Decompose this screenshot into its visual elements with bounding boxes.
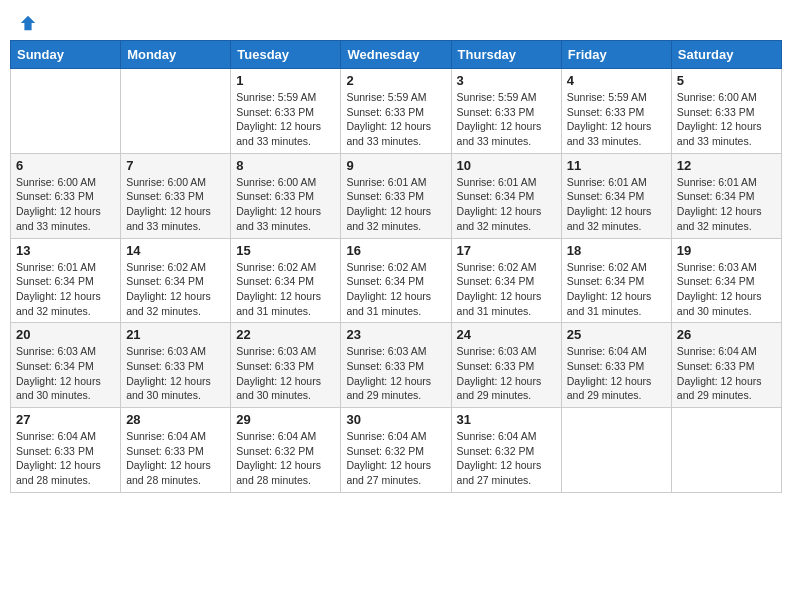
day-info: Sunrise: 6:03 AM Sunset: 6:33 PM Dayligh… — [126, 344, 225, 403]
day-info: Sunrise: 6:01 AM Sunset: 6:33 PM Dayligh… — [346, 175, 445, 234]
calendar-cell: 2Sunrise: 5:59 AM Sunset: 6:33 PM Daylig… — [341, 69, 451, 154]
weekday-header: Wednesday — [341, 41, 451, 69]
weekday-header: Saturday — [671, 41, 781, 69]
day-number: 6 — [16, 158, 115, 173]
page-header — [10, 10, 782, 32]
day-info: Sunrise: 6:04 AM Sunset: 6:32 PM Dayligh… — [236, 429, 335, 488]
weekday-header: Tuesday — [231, 41, 341, 69]
calendar-cell: 1Sunrise: 5:59 AM Sunset: 6:33 PM Daylig… — [231, 69, 341, 154]
day-info: Sunrise: 6:01 AM Sunset: 6:34 PM Dayligh… — [567, 175, 666, 234]
day-number: 12 — [677, 158, 776, 173]
day-info: Sunrise: 6:02 AM Sunset: 6:34 PM Dayligh… — [346, 260, 445, 319]
day-number: 29 — [236, 412, 335, 427]
day-number: 11 — [567, 158, 666, 173]
calendar-cell: 19Sunrise: 6:03 AM Sunset: 6:34 PM Dayli… — [671, 238, 781, 323]
day-info: Sunrise: 6:02 AM Sunset: 6:34 PM Dayligh… — [126, 260, 225, 319]
day-number: 26 — [677, 327, 776, 342]
calendar-cell: 27Sunrise: 6:04 AM Sunset: 6:33 PM Dayli… — [11, 408, 121, 493]
day-number: 14 — [126, 243, 225, 258]
day-info: Sunrise: 6:03 AM Sunset: 6:33 PM Dayligh… — [236, 344, 335, 403]
day-info: Sunrise: 6:00 AM Sunset: 6:33 PM Dayligh… — [126, 175, 225, 234]
day-info: Sunrise: 5:59 AM Sunset: 6:33 PM Dayligh… — [346, 90, 445, 149]
calendar-cell: 6Sunrise: 6:00 AM Sunset: 6:33 PM Daylig… — [11, 153, 121, 238]
day-info: Sunrise: 6:04 AM Sunset: 6:33 PM Dayligh… — [16, 429, 115, 488]
weekday-header: Thursday — [451, 41, 561, 69]
calendar-cell: 25Sunrise: 6:04 AM Sunset: 6:33 PM Dayli… — [561, 323, 671, 408]
day-number: 13 — [16, 243, 115, 258]
day-info: Sunrise: 6:01 AM Sunset: 6:34 PM Dayligh… — [457, 175, 556, 234]
calendar-cell: 15Sunrise: 6:02 AM Sunset: 6:34 PM Dayli… — [231, 238, 341, 323]
day-info: Sunrise: 6:04 AM Sunset: 6:32 PM Dayligh… — [457, 429, 556, 488]
calendar-cell: 13Sunrise: 6:01 AM Sunset: 6:34 PM Dayli… — [11, 238, 121, 323]
day-info: Sunrise: 6:03 AM Sunset: 6:34 PM Dayligh… — [16, 344, 115, 403]
calendar-cell: 24Sunrise: 6:03 AM Sunset: 6:33 PM Dayli… — [451, 323, 561, 408]
calendar-cell: 5Sunrise: 6:00 AM Sunset: 6:33 PM Daylig… — [671, 69, 781, 154]
day-info: Sunrise: 6:01 AM Sunset: 6:34 PM Dayligh… — [16, 260, 115, 319]
day-number: 19 — [677, 243, 776, 258]
calendar-cell — [671, 408, 781, 493]
day-number: 24 — [457, 327, 556, 342]
calendar-week-row: 13Sunrise: 6:01 AM Sunset: 6:34 PM Dayli… — [11, 238, 782, 323]
calendar-week-row: 27Sunrise: 6:04 AM Sunset: 6:33 PM Dayli… — [11, 408, 782, 493]
calendar-cell: 11Sunrise: 6:01 AM Sunset: 6:34 PM Dayli… — [561, 153, 671, 238]
calendar-table: SundayMondayTuesdayWednesdayThursdayFrid… — [10, 40, 782, 493]
day-info: Sunrise: 5:59 AM Sunset: 6:33 PM Dayligh… — [236, 90, 335, 149]
calendar-cell — [561, 408, 671, 493]
calendar-cell: 22Sunrise: 6:03 AM Sunset: 6:33 PM Dayli… — [231, 323, 341, 408]
day-number: 31 — [457, 412, 556, 427]
calendar-cell: 21Sunrise: 6:03 AM Sunset: 6:33 PM Dayli… — [121, 323, 231, 408]
calendar-cell: 3Sunrise: 5:59 AM Sunset: 6:33 PM Daylig… — [451, 69, 561, 154]
weekday-header: Friday — [561, 41, 671, 69]
day-info: Sunrise: 6:04 AM Sunset: 6:33 PM Dayligh… — [677, 344, 776, 403]
day-number: 23 — [346, 327, 445, 342]
day-number: 18 — [567, 243, 666, 258]
day-number: 4 — [567, 73, 666, 88]
calendar-cell: 7Sunrise: 6:00 AM Sunset: 6:33 PM Daylig… — [121, 153, 231, 238]
calendar-cell: 14Sunrise: 6:02 AM Sunset: 6:34 PM Dayli… — [121, 238, 231, 323]
day-number: 28 — [126, 412, 225, 427]
day-number: 7 — [126, 158, 225, 173]
day-info: Sunrise: 6:00 AM Sunset: 6:33 PM Dayligh… — [16, 175, 115, 234]
day-info: Sunrise: 6:00 AM Sunset: 6:33 PM Dayligh… — [236, 175, 335, 234]
calendar-cell — [11, 69, 121, 154]
day-number: 15 — [236, 243, 335, 258]
calendar-week-row: 20Sunrise: 6:03 AM Sunset: 6:34 PM Dayli… — [11, 323, 782, 408]
calendar-cell: 9Sunrise: 6:01 AM Sunset: 6:33 PM Daylig… — [341, 153, 451, 238]
day-info: Sunrise: 6:03 AM Sunset: 6:34 PM Dayligh… — [677, 260, 776, 319]
calendar-cell: 4Sunrise: 5:59 AM Sunset: 6:33 PM Daylig… — [561, 69, 671, 154]
calendar-cell: 12Sunrise: 6:01 AM Sunset: 6:34 PM Dayli… — [671, 153, 781, 238]
day-number: 22 — [236, 327, 335, 342]
day-info: Sunrise: 6:02 AM Sunset: 6:34 PM Dayligh… — [457, 260, 556, 319]
calendar-cell: 8Sunrise: 6:00 AM Sunset: 6:33 PM Daylig… — [231, 153, 341, 238]
day-info: Sunrise: 6:02 AM Sunset: 6:34 PM Dayligh… — [236, 260, 335, 319]
logo — [18, 14, 38, 28]
day-info: Sunrise: 6:00 AM Sunset: 6:33 PM Dayligh… — [677, 90, 776, 149]
day-number: 17 — [457, 243, 556, 258]
day-number: 1 — [236, 73, 335, 88]
calendar-cell: 18Sunrise: 6:02 AM Sunset: 6:34 PM Dayli… — [561, 238, 671, 323]
day-number: 25 — [567, 327, 666, 342]
weekday-header: Sunday — [11, 41, 121, 69]
calendar-cell: 10Sunrise: 6:01 AM Sunset: 6:34 PM Dayli… — [451, 153, 561, 238]
calendar-cell: 30Sunrise: 6:04 AM Sunset: 6:32 PM Dayli… — [341, 408, 451, 493]
calendar-cell: 28Sunrise: 6:04 AM Sunset: 6:33 PM Dayli… — [121, 408, 231, 493]
day-info: Sunrise: 6:03 AM Sunset: 6:33 PM Dayligh… — [457, 344, 556, 403]
day-number: 21 — [126, 327, 225, 342]
day-number: 5 — [677, 73, 776, 88]
day-info: Sunrise: 5:59 AM Sunset: 6:33 PM Dayligh… — [457, 90, 556, 149]
calendar-cell: 20Sunrise: 6:03 AM Sunset: 6:34 PM Dayli… — [11, 323, 121, 408]
day-info: Sunrise: 6:01 AM Sunset: 6:34 PM Dayligh… — [677, 175, 776, 234]
day-number: 10 — [457, 158, 556, 173]
day-info: Sunrise: 6:04 AM Sunset: 6:32 PM Dayligh… — [346, 429, 445, 488]
day-number: 16 — [346, 243, 445, 258]
day-number: 9 — [346, 158, 445, 173]
calendar-cell: 23Sunrise: 6:03 AM Sunset: 6:33 PM Dayli… — [341, 323, 451, 408]
day-info: Sunrise: 5:59 AM Sunset: 6:33 PM Dayligh… — [567, 90, 666, 149]
day-number: 27 — [16, 412, 115, 427]
day-info: Sunrise: 6:04 AM Sunset: 6:33 PM Dayligh… — [567, 344, 666, 403]
weekday-header: Monday — [121, 41, 231, 69]
svg-marker-0 — [21, 16, 35, 30]
day-number: 2 — [346, 73, 445, 88]
day-number: 20 — [16, 327, 115, 342]
day-info: Sunrise: 6:04 AM Sunset: 6:33 PM Dayligh… — [126, 429, 225, 488]
